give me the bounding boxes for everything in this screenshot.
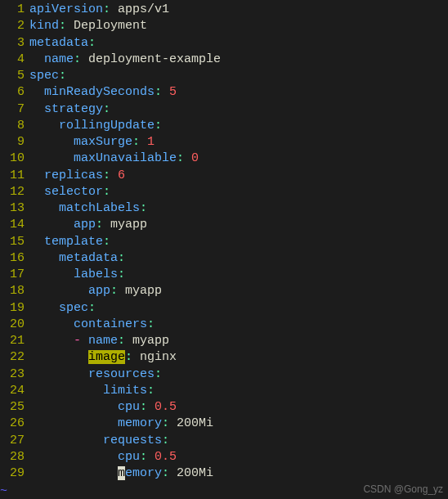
line-number: 12 [0,184,25,200]
token-num: 6 [118,169,125,182]
code-line[interactable]: 16 metadata: [0,250,448,267]
token-kw: template [44,235,103,249]
token-col: : [118,267,125,281]
code-line[interactable]: 9 maxSurge: 1 [0,134,448,151]
token-kw: maxUnavailable [74,151,177,165]
code-line[interactable]: 14 app: myapp [0,217,448,233]
token-str: myapp [125,284,162,298]
code-line[interactable]: 4 name: deployment-example [0,52,448,68]
code-line[interactable]: 28 cpu: 0.5 [0,449,448,465]
token-str: myapp [132,334,169,348]
token-col: : [96,218,110,232]
token-dash: - [74,334,88,348]
line-number: 26 [0,416,25,432]
line-number: 29 [0,465,25,482]
token-kw: spec [29,69,59,83]
code-line[interactable]: 11 replicas: 6 [0,168,448,184]
code-line[interactable]: 21 - name: myapp [0,333,448,349]
token-kw: rollingUpdate [59,119,155,133]
token-kw: emory [125,466,162,480]
line-number: 1 [0,2,25,18]
code-line[interactable]: 10 maxUnavailable: 0 [0,151,448,167]
token-str: apps/v1 [118,2,169,16]
line-number: 11 [0,168,25,184]
code-line[interactable]: 15 template: [0,234,448,250]
token-col: : [103,235,110,249]
code-line[interactable]: 3metadata: [0,35,448,52]
line-number: 25 [0,399,25,416]
token-col: : [162,416,177,430]
code-line[interactable]: 22 image: nginx [0,349,448,366]
token-str: deployment-example [88,52,221,66]
token-col: : [118,251,125,265]
code-line[interactable]: 6 minReadySeconds: 5 [0,84,448,101]
code-line[interactable]: 18 app: myapp [0,283,448,299]
token-hl: image [88,350,125,364]
code-line[interactable]: 1apiVersion: apps/v1 [0,2,448,18]
token-num: 1 [147,135,155,149]
token-kw: replicas [44,169,103,182]
code-line[interactable]: 20 containers: [0,317,448,333]
code-line[interactable]: 12 selector: [0,184,448,200]
line-number: 3 [0,35,25,52]
token-kw: cpu [118,450,140,464]
code-line[interactable]: 2kind: Deployment [0,18,448,34]
token-col: : [162,466,177,480]
token-kw: name [88,334,118,348]
line-number: 9 [0,134,25,151]
code-line[interactable]: 17 labels: [0,267,448,283]
line-number: 19 [0,300,25,317]
watermark-text: CSDN @Gong_yz [363,483,443,496]
token-kw: name [44,52,74,66]
token-kw: app [88,284,110,298]
token-num: 0.5 [155,400,177,414]
token-col: : [74,52,88,66]
code-line[interactable]: 23 resources: [0,366,448,383]
token-str: 200Mi [177,466,213,480]
token-col: : [88,301,96,315]
token-col: : [59,19,74,33]
code-line[interactable]: 25 cpu: 0.5 [0,399,448,416]
line-number: 23 [0,366,25,383]
token-num: 5 [169,85,177,99]
code-editor[interactable]: 1apiVersion: apps/v12kind: Deployment3me… [0,0,448,483]
token-str: nginx [140,350,177,364]
line-number: 17 [0,267,25,283]
line-number: 10 [0,151,25,167]
token-str: myapp [110,218,147,232]
token-col: : [103,185,110,199]
token-cur: m [118,466,125,480]
code-line[interactable]: 24 limits: [0,383,448,399]
code-line[interactable]: 13 matchLabels: [0,200,448,217]
token-col: : [103,169,118,182]
code-line[interactable]: 26 memory: 200Mi [0,416,448,432]
code-line[interactable]: 27 requests: [0,433,448,449]
token-kw: strategy [44,102,103,116]
line-number: 14 [0,217,25,233]
token-kw: selector [44,185,103,199]
line-number: 5 [0,68,25,84]
token-col: : [140,400,155,414]
token-num: 0 [191,151,199,165]
token-col: : [162,434,169,447]
token-kw: labels [74,267,118,281]
token-col: : [103,2,118,16]
token-col: : [125,350,140,364]
token-kw: spec [59,301,88,315]
token-str: 200Mi [177,416,213,430]
code-line[interactable]: 8 rollingUpdate: [0,118,448,134]
token-kw: kind [29,19,59,33]
token-col: : [155,119,162,133]
line-number: 13 [0,200,25,217]
token-col: : [147,317,155,331]
code-line[interactable]: 29 memory: 200Mi [0,465,448,482]
code-line[interactable]: 5spec: [0,68,448,84]
token-col: : [59,69,66,83]
token-kw: minReadySeconds [44,85,155,99]
token-kw: cpu [118,400,140,414]
token-col: : [103,102,110,116]
code-line[interactable]: 19 spec: [0,300,448,317]
line-number: 28 [0,449,25,465]
code-line[interactable]: 7 strategy: [0,101,448,118]
token-str: Deployment [74,19,147,33]
